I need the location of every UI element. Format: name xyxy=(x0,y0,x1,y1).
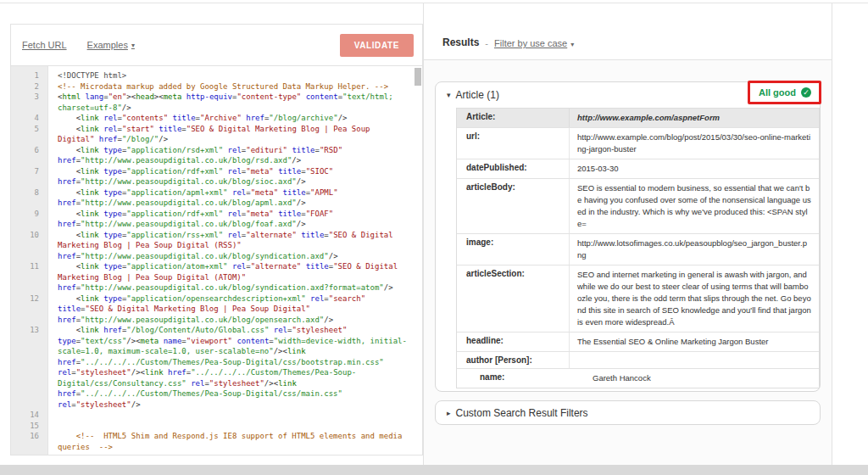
line-number: 13 xyxy=(11,325,48,410)
property-value: SEO is essential to modern business, so … xyxy=(569,179,819,233)
code-text: <link type="application/opensearchdescri… xyxy=(48,293,422,326)
property-value: The Essential SEO & Online Marketing Jar… xyxy=(569,332,819,351)
code-text: <!-- Microdata markup added by Google St… xyxy=(48,81,422,92)
custom-filters-card[interactable]: ▸ Custom Search Result Filters xyxy=(435,400,821,425)
status-badge: All good xyxy=(759,87,796,98)
code-line: 9 <link type="application/rdf+xml" rel="… xyxy=(11,209,422,230)
table-row: author [Person]: xyxy=(457,352,819,369)
code-text: <link rel="start" title="SEO & Digital M… xyxy=(48,124,422,145)
code-text: <link href="/blog/Content/Auto/Global.cs… xyxy=(48,325,422,410)
property-label: author [Person]: xyxy=(457,352,569,368)
line-number: 11 xyxy=(11,261,48,293)
line-number: 10 xyxy=(11,230,48,262)
line-number: 9 xyxy=(11,209,48,230)
code-line: 3<html lang="en"><head><meta http-equiv=… xyxy=(11,92,422,113)
filter-by-use-case-menu[interactable]: Filter by use case▾ xyxy=(494,38,574,48)
code-line: 4 <link rel="contents" title="Archive" h… xyxy=(11,113,422,124)
table-row: datePublished:2015-03-30 xyxy=(457,159,819,179)
code-line: 5 <link rel="start" title="SEO & Digital… xyxy=(11,124,422,145)
editor-scrollbar-thumb[interactable] xyxy=(415,68,421,86)
code-editor[interactable]: 1<!DOCTYPE html>2<!-- Microdata markup a… xyxy=(11,66,422,455)
line-number: 4 xyxy=(11,113,48,124)
code-line: 14 xyxy=(11,410,422,421)
article-card-title: Article (1) xyxy=(456,89,499,101)
code-line: 12 <link type="application/opensearchdes… xyxy=(11,293,422,326)
code-text xyxy=(48,421,422,432)
line-number: 2 xyxy=(11,81,48,92)
line-number: 1 xyxy=(11,70,48,81)
code-line: 10 <link type="application/rss+xml" rel=… xyxy=(11,230,422,262)
property-label: url: xyxy=(457,128,569,159)
code-text: <link type="application/atom+xml" rel="a… xyxy=(48,261,422,293)
table-row: headline:The Essential SEO & Online Mark… xyxy=(457,332,819,352)
results-toolbar: Results - Filter by use case▾ xyxy=(424,3,832,60)
property-value: http://www.example.com/blog/post/2015/03… xyxy=(569,128,819,159)
property-label: Article: xyxy=(457,109,569,127)
collapse-triangle-icon: ▾ xyxy=(447,91,451,99)
code-line: 13 <link href="/blog/Content/Auto/Global… xyxy=(11,325,422,410)
property-label: headline: xyxy=(457,332,569,351)
line-number: 12 xyxy=(11,293,48,326)
table-row: url:http://www.example.com/blog/post/201… xyxy=(457,128,819,159)
code-line: 8 <link type="application/apml+xml" rel=… xyxy=(11,187,422,209)
article-result-card: ▾ Article (1) All good ✓ Article:http://… xyxy=(435,81,821,392)
code-text: <link type="application/apml+xml" rel="m… xyxy=(48,187,422,209)
code-line: 15 xyxy=(11,421,422,432)
property-label: articleSection: xyxy=(457,265,569,332)
custom-filters-title: Custom Search Result Filters xyxy=(456,407,588,419)
validate-button[interactable]: VALIDATE xyxy=(340,34,414,57)
table-row: Article:http://www.example.com/aspnetFor… xyxy=(457,109,819,128)
bottom-edge-strip xyxy=(0,465,868,475)
table-row: image:http://www.lotsofimages.co.uk/peas… xyxy=(457,234,819,265)
examples-menu[interactable]: Examples ▾ xyxy=(87,40,135,50)
examples-label: Examples xyxy=(87,40,128,50)
results-panel: Results - Filter by use case▾ ▾ Article … xyxy=(423,3,832,465)
article-properties-table: Article:http://www.example.com/aspnetFor… xyxy=(456,108,820,388)
expand-triangle-icon: ▸ xyxy=(447,409,451,417)
chevron-down-icon: ▾ xyxy=(131,42,135,49)
fetch-url-link[interactable]: Fetch URL xyxy=(22,40,67,50)
check-circle-icon: ✓ xyxy=(801,87,811,98)
property-label: articleBody: xyxy=(457,179,569,233)
line-number: 8 xyxy=(11,187,48,209)
code-line: 6 <link type="application/rsd+xml" rel="… xyxy=(11,145,422,166)
table-row: name:Gareth Hancock xyxy=(457,369,819,388)
code-text: <link type="application/rss+xml" rel="al… xyxy=(48,230,422,262)
property-value xyxy=(569,352,819,368)
results-content: ▾ Article (1) All good ✓ Article:http://… xyxy=(424,60,832,425)
code-text: <html lang="en"><head><meta http-equiv="… xyxy=(48,92,422,113)
property-label: name: xyxy=(457,369,569,388)
code-lines: 1<!DOCTYPE html>2<!-- Microdata markup a… xyxy=(11,66,422,452)
table-row: articleSection:SEO and internet marketin… xyxy=(457,265,819,332)
code-line: 16 <!-- HTML5 Shim and Respond.js IE8 su… xyxy=(11,431,422,452)
code-line: 2<!-- Microdata markup added by Google S… xyxy=(11,81,422,92)
code-text xyxy=(48,410,422,421)
code-text: <link rel="contents" title="Archive" hre… xyxy=(48,113,422,124)
property-value: http://www.example.com/aspnetForm xyxy=(569,109,819,127)
line-number: 7 xyxy=(11,166,48,187)
line-number: 14 xyxy=(11,410,48,421)
line-number: 3 xyxy=(11,92,48,113)
results-title: Results xyxy=(442,36,479,48)
property-value: http://www.lotsofimages.co.uk/peasoupblo… xyxy=(569,234,819,265)
property-label: datePublished: xyxy=(457,159,569,178)
code-text: <link type="application/rdf+xml" rel="me… xyxy=(48,166,422,187)
filter-label: Filter by use case xyxy=(494,38,567,48)
code-line: 7 <link type="application/rdf+xml" rel="… xyxy=(11,166,422,187)
code-text: <!DOCTYPE html> xyxy=(48,70,422,81)
code-line: 1<!DOCTYPE html> xyxy=(11,70,422,81)
code-text: <!-- HTML5 Shim and Respond.js IE8 suppo… xyxy=(48,431,422,452)
code-text: <link type="application/rdf+xml" rel="me… xyxy=(48,209,422,230)
structured-data-testing-tool: Fetch URL Examples ▾ VALIDATE 1<!DOCTYPE… xyxy=(0,0,868,475)
property-label: image: xyxy=(457,234,569,265)
code-editor-panel: Fetch URL Examples ▾ VALIDATE 1<!DOCTYPE… xyxy=(10,24,423,455)
editor-toolbar: Fetch URL Examples ▾ VALIDATE xyxy=(11,25,422,66)
line-number: 15 xyxy=(11,421,48,432)
property-value: SEO and internet marketing in general is… xyxy=(569,265,819,332)
line-number: 5 xyxy=(11,124,48,145)
separator-dash: - xyxy=(485,38,488,48)
article-card-header[interactable]: ▾ Article (1) All good ✓ xyxy=(436,82,820,108)
all-good-annotation-box: All good ✓ xyxy=(748,81,821,104)
table-row: articleBody:SEO is essential to modern b… xyxy=(457,179,819,234)
line-number: 16 xyxy=(11,431,48,452)
